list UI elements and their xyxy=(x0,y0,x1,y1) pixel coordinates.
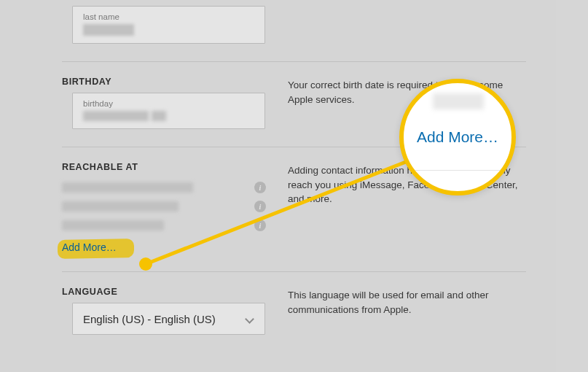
language-description: This language will be used for email and… xyxy=(288,287,526,335)
info-icon[interactable]: i xyxy=(254,201,266,212)
contact-redacted xyxy=(62,201,179,212)
callout-add-more-text: Add More… xyxy=(404,128,511,146)
contact-row: i xyxy=(62,216,266,235)
info-icon[interactable]: i xyxy=(254,220,266,231)
callout-divider xyxy=(404,170,511,171)
birthday-value-redacted xyxy=(152,111,166,121)
magnifier-callout: Add More… xyxy=(399,79,516,195)
callout-redacted xyxy=(433,93,484,109)
chevron-down-icon xyxy=(245,314,254,324)
last-name-field[interactable]: last name xyxy=(72,6,265,44)
language-heading: LANGUAGE xyxy=(62,287,266,297)
contact-redacted xyxy=(62,220,164,230)
contact-row: i xyxy=(62,178,266,197)
add-more-link[interactable]: Add More… xyxy=(62,241,117,253)
info-icon[interactable]: i xyxy=(254,182,266,193)
last-name-description xyxy=(288,6,526,44)
birthday-heading: BIRTHDAY xyxy=(62,77,266,87)
language-selected-value: English (US) - English (US) xyxy=(83,313,216,325)
birthday-field[interactable]: birthday xyxy=(72,93,265,129)
language-select[interactable]: English (US) - English (US) xyxy=(72,303,265,335)
contact-row: i xyxy=(62,197,266,216)
last-name-value-redacted xyxy=(83,24,134,36)
birthday-inner-label: birthday xyxy=(83,99,254,108)
birthday-value-redacted xyxy=(83,111,149,121)
last-name-inner-label: last name xyxy=(83,12,254,21)
contact-redacted xyxy=(62,182,193,193)
reachable-heading: REACHABLE AT xyxy=(62,162,266,172)
